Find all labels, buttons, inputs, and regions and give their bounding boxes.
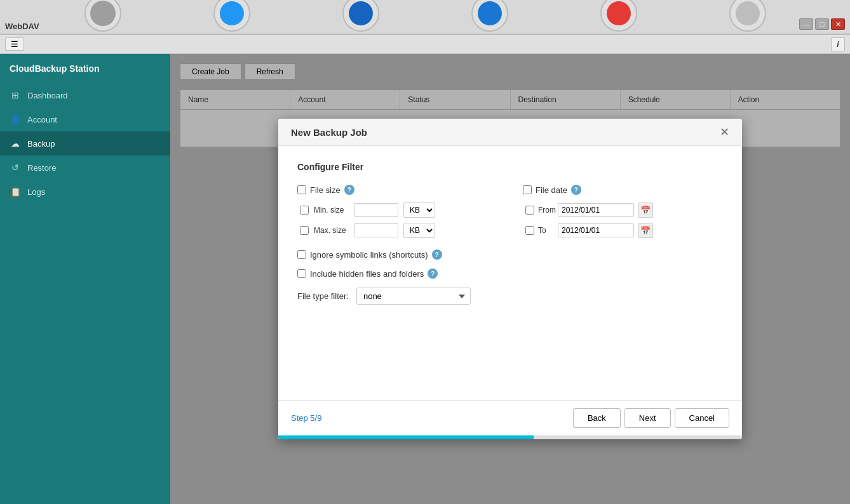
content-area: Create Job Refresh Name Account Status D… xyxy=(170,54,850,504)
max-size-checkbox[interactable] xyxy=(300,226,309,235)
sidebar-title: CloudBackup Station xyxy=(0,63,170,83)
new-backup-job-modal: New Backup Job ✕ Configure Filter File s… xyxy=(278,119,742,439)
file-size-help-icon[interactable]: ? xyxy=(344,185,354,195)
from-date-row: From 📅 xyxy=(525,202,723,218)
backup-icon: ☁ xyxy=(10,138,21,149)
sidebar-item-logs[interactable]: 📋 Logs xyxy=(0,180,170,204)
file-type-filter-label: File type filter: xyxy=(297,291,349,301)
minimize-button[interactable]: — xyxy=(799,18,813,30)
info-button[interactable]: i xyxy=(831,37,845,51)
sidebar-item-label: Account xyxy=(27,115,57,124)
account-icon: 👤 xyxy=(10,114,21,125)
include-hidden-row: Include hidden files and folders ? xyxy=(297,269,723,279)
file-type-filter-row: File type filter: none images videos aud… xyxy=(297,288,723,305)
file-size-label: File size xyxy=(310,185,341,195)
max-size-input[interactable] xyxy=(354,223,398,237)
next-button[interactable]: Next xyxy=(624,408,671,428)
footer-buttons: Back Next Cancel xyxy=(573,408,729,428)
sidebar-toggle-button[interactable]: ☰ xyxy=(5,37,24,51)
file-type-filter-select[interactable]: none images videos audio documents xyxy=(356,288,471,305)
modal-body: Configure Filter File size ? xyxy=(278,146,742,400)
sidebar-item-label: Dashboard xyxy=(27,91,68,100)
cancel-button[interactable]: Cancel xyxy=(675,408,729,428)
sidebar-item-label: Backup xyxy=(27,139,55,149)
file-date-checkbox[interactable] xyxy=(523,185,532,194)
to-date-input[interactable] xyxy=(558,223,634,237)
from-label: From xyxy=(538,206,554,215)
sidebar: CloudBackup Station ⊞ Dashboard 👤 Accoun… xyxy=(0,54,170,504)
file-date-col: File date ? From 📅 xyxy=(523,185,723,243)
from-date-checkbox[interactable] xyxy=(525,206,534,215)
file-date-header-row: File date ? xyxy=(523,185,723,195)
to-date-checkbox[interactable] xyxy=(525,226,534,235)
include-hidden-help-icon[interactable]: ? xyxy=(428,269,438,279)
min-size-checkbox[interactable] xyxy=(300,206,309,215)
to-date-row: To 📅 xyxy=(525,223,723,238)
max-size-row: Max. size KB MB GB xyxy=(300,223,497,238)
file-date-help-icon[interactable]: ? xyxy=(571,185,581,195)
min-size-input[interactable] xyxy=(354,203,398,217)
to-label: To xyxy=(538,226,554,235)
max-size-label: Max. size xyxy=(314,226,349,235)
max-size-unit-select[interactable]: KB MB GB xyxy=(403,223,435,238)
file-date-label: File date xyxy=(536,185,567,195)
file-size-header-row: File size ? xyxy=(297,185,497,195)
ignore-symlinks-label: Ignore symbolic links (shortcuts) xyxy=(310,250,428,260)
logs-icon: 📋 xyxy=(10,186,21,197)
min-size-unit-select[interactable]: KB MB GB xyxy=(403,202,435,218)
modal-header: New Backup Job ✕ xyxy=(278,119,742,146)
modal-overlay: New Backup Job ✕ Configure Filter File s… xyxy=(170,54,850,504)
sidebar-item-dashboard[interactable]: ⊞ Dashboard xyxy=(0,83,170,107)
step-indicator: Step 5/9 xyxy=(291,413,321,423)
sidebar-item-account[interactable]: 👤 Account xyxy=(0,107,170,131)
section-title: Configure Filter xyxy=(297,162,723,172)
restore-icon: ↺ xyxy=(10,162,21,173)
maximize-button[interactable]: □ xyxy=(815,18,829,30)
file-size-checkbox[interactable] xyxy=(297,185,306,194)
from-calendar-button[interactable]: 📅 xyxy=(638,202,653,218)
progress-bar-container xyxy=(278,435,742,439)
back-button[interactable]: Back xyxy=(573,408,621,428)
from-date-input[interactable] xyxy=(558,203,634,217)
sidebar-item-restore[interactable]: ↺ Restore xyxy=(0,156,170,180)
close-button[interactable]: ✕ xyxy=(831,18,845,30)
dashboard-icon: ⊞ xyxy=(10,90,21,101)
sidebar-item-label: Restore xyxy=(27,163,57,173)
min-size-row: Min. size KB MB GB xyxy=(300,202,497,218)
modal-footer: Step 5/9 Back Next Cancel xyxy=(278,400,742,435)
window-title: WebDAV xyxy=(5,22,39,31)
filter-main-row: File size ? Min. size KB MB xyxy=(297,185,723,243)
progress-bar-fill xyxy=(278,435,534,439)
include-hidden-checkbox[interactable] xyxy=(297,269,306,278)
min-size-label: Min. size xyxy=(314,206,349,215)
ignore-symlinks-help-icon[interactable]: ? xyxy=(432,249,442,260)
sidebar-item-label: Logs xyxy=(27,187,45,197)
sidebar-item-backup[interactable]: ☁ Backup xyxy=(0,131,170,156)
modal-title: New Backup Job xyxy=(291,127,367,138)
include-hidden-label: Include hidden files and folders xyxy=(310,269,424,279)
file-size-col: File size ? Min. size KB MB xyxy=(297,185,497,243)
ignore-symlinks-row: Ignore symbolic links (shortcuts) ? xyxy=(297,249,723,260)
to-calendar-button[interactable]: 📅 xyxy=(638,223,653,238)
ignore-symlinks-checkbox[interactable] xyxy=(297,250,306,259)
modal-close-button[interactable]: ✕ xyxy=(720,126,729,138)
